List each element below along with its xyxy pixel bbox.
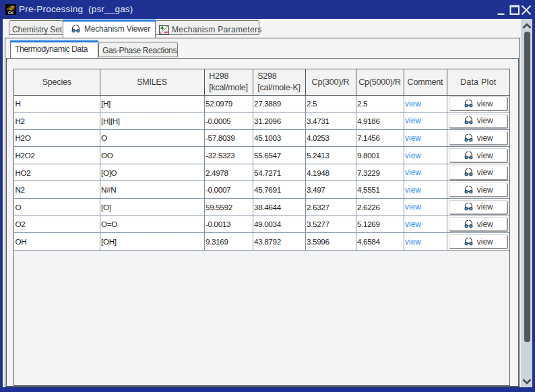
svg-text:CK: CK xyxy=(8,11,14,15)
